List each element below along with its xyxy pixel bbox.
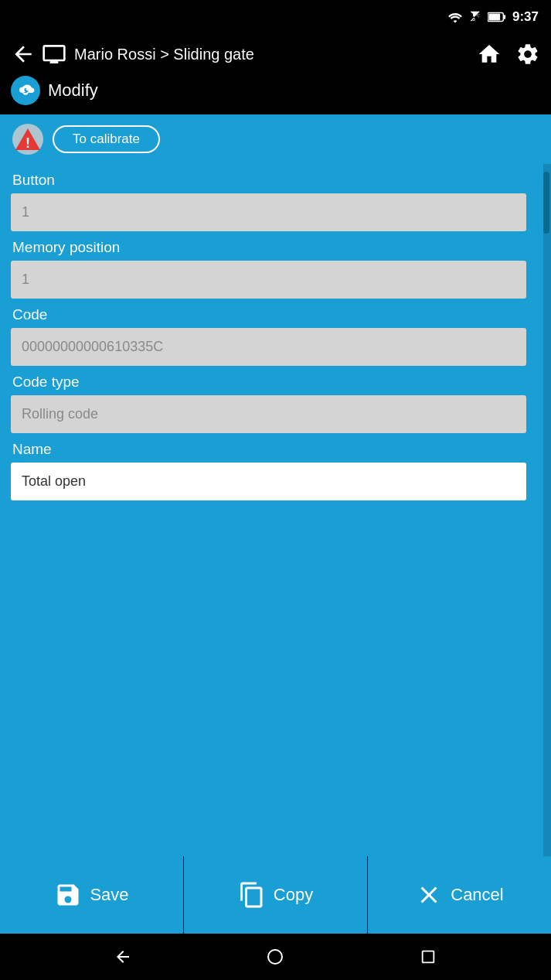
warning-circle-icon: ! [11,122,45,156]
name-label: Name [11,441,526,458]
calibrate-button[interactable]: To calibrate [53,125,160,153]
scroll-thumb[interactable] [543,172,549,234]
nav-recents-icon [420,948,437,965]
code-type-input[interactable] [11,395,526,433]
code-type-field-group: Code type [11,374,526,433]
nav-home-button[interactable] [263,944,287,969]
code-label: Code [11,306,526,323]
battery-icon [488,11,506,23]
svg-text:!: ! [26,135,30,151]
main-content: Button Memory position Code Code type Na… [0,164,543,856]
cancel-label: Cancel [451,885,503,905]
copy-label: Copy [274,885,313,905]
android-nav-bar [0,934,551,980]
scroll-track [543,164,551,856]
nav-back-icon [114,948,132,966]
memory-position-input[interactable] [11,261,526,299]
header-left [11,42,66,67]
nav-home-icon [266,948,284,966]
header-title: Mario Rossi > Sliding gate [74,45,469,63]
subheader: Modify [0,73,551,114]
copy-icon [238,881,266,909]
button-label: Button [11,172,526,189]
back-icon [11,42,36,67]
code-type-label: Code type [11,374,526,391]
name-input[interactable] [11,463,526,500]
bottom-action-bar: Save Copy Cancel [0,856,551,934]
save-button[interactable]: Save [0,856,184,934]
memory-position-label: Memory position [11,239,526,256]
gear-icon [515,42,540,67]
settings-button[interactable] [515,42,540,67]
signal-icon [468,11,483,23]
copy-button[interactable]: Copy [184,856,368,934]
cancel-button[interactable]: Cancel [368,856,551,934]
cloud-sync-icon [11,76,40,105]
header-right [477,42,540,67]
back-button[interactable] [11,42,36,67]
screen-icon [42,42,66,67]
code-input[interactable] [11,328,526,366]
svg-rect-8 [423,951,434,963]
home-icon [477,42,502,67]
code-field-group: Code [11,306,526,366]
cancel-icon [415,881,443,909]
status-bar: 9:37 [0,0,551,34]
name-field-group: Name [11,441,526,500]
status-time: 9:37 [512,9,539,25]
svg-rect-1 [504,15,505,19]
svg-point-7 [268,950,282,964]
nav-back-button[interactable] [111,944,135,969]
subheader-title: Modify [48,80,98,101]
screen-icon-button[interactable] [42,42,66,67]
button-field-group: Button [11,172,526,231]
save-icon [54,881,82,909]
status-icons [447,11,506,23]
calibrate-banner: ! To calibrate [0,114,551,164]
svg-rect-2 [488,14,500,20]
warning-icon: ! [11,122,45,156]
button-input[interactable] [11,193,526,231]
home-button[interactable] [477,42,502,67]
memory-position-field-group: Memory position [11,239,526,299]
nav-recents-button[interactable] [416,944,440,969]
app-header: Mario Rossi > Sliding gate [0,34,551,73]
save-label: Save [90,885,128,905]
wifi-icon [447,11,463,23]
